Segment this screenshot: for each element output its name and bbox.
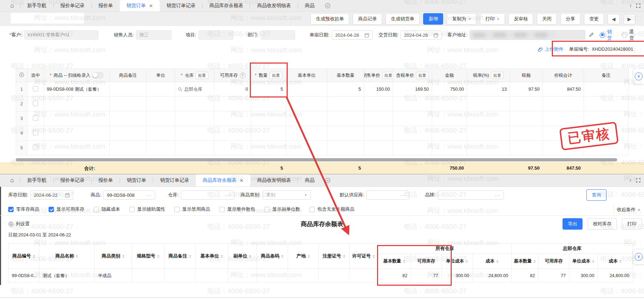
add-new-button[interactable]: 新增	[423, 13, 443, 25]
side-widget[interactable]: ¥	[633, 249, 644, 265]
checkbox-icon[interactable]	[33, 130, 38, 135]
picker-ellipsis-icon[interactable]: ···	[225, 192, 231, 198]
batch-set-button[interactable]: 批量	[382, 72, 393, 79]
col-all-unit-cost[interactable]: 单位成本	[442, 254, 473, 269]
share-button[interactable]: 分享	[560, 13, 580, 25]
close-tab-icon[interactable]: ✕	[149, 3, 153, 9]
supplier-filter-field[interactable]: ···	[366, 190, 409, 200]
col-spec-model[interactable]: 规格型号	[132, 244, 165, 269]
checkbox-include-no-activity[interactable]: 包含无发生额商品	[309, 206, 355, 212]
tab-quote-records[interactable]: 报价单记录	[54, 174, 91, 186]
copy-as-button[interactable]: 复制为▼	[447, 13, 476, 25]
col-license-no[interactable]: 许可证号	[350, 244, 378, 269]
col-main-available[interactable]: 可用库存	[539, 254, 569, 269]
customer-address-field[interactable]	[470, 30, 586, 40]
stock-date-field[interactable]: 2024-06-22	[30, 190, 73, 200]
brand-filter-field[interactable]: ···	[438, 190, 504, 200]
col-all-available[interactable]: 可用库存	[411, 254, 442, 269]
change-button[interactable]: 变更	[584, 13, 604, 25]
generate-sales-note-button[interactable]: 生成销货单	[386, 13, 420, 25]
warehouse-cell[interactable]: 总部仓库	[175, 82, 214, 97]
col-origin[interactable]: 产地	[288, 244, 319, 269]
tax-rate-cell[interactable]: 13	[467, 82, 510, 97]
batch-set-button[interactable]: 批量	[269, 72, 282, 79]
export-button[interactable]: 导出	[563, 218, 583, 230]
help-icon[interactable]: ?	[240, 72, 246, 78]
generate-prepayment-button[interactable]: 生成预收款单	[311, 13, 349, 25]
tab-goods[interactable]: 商品	[298, 174, 321, 186]
fullscreen-icon[interactable]	[636, 178, 640, 182]
prev-record-button[interactable]: ◀	[608, 14, 620, 24]
scroll-top-icon[interactable]: ↑	[629, 3, 632, 9]
col-main-cost[interactable]: 成本	[598, 254, 633, 269]
tab-sales-order-records[interactable]: 销货订单记录	[153, 174, 196, 186]
col-product-code[interactable]: 商品编号	[9, 244, 39, 269]
col-all-cost[interactable]: 成本	[473, 254, 512, 269]
tax-cell[interactable]: 97.50	[510, 82, 543, 97]
goods-record-button[interactable]: 商品记录	[353, 13, 382, 25]
tab-sales-order-records[interactable]: 销货订单记录	[160, 0, 202, 11]
stock-balance-row[interactable]: 99-0DS8-0... 测试（套餐） 半成品 82 77 300.00 24,…	[9, 269, 633, 283]
tab-sales-order[interactable]: 销货订单	[120, 174, 153, 186]
home-icon[interactable]: ⌂	[4, 0, 20, 11]
product-filter-field[interactable]: 99-0DS8-008 ···	[103, 190, 155, 200]
checkbox-icon[interactable]	[33, 86, 38, 91]
col-registration-no[interactable]: 注册证号	[319, 244, 350, 269]
checkbox-zero-stock[interactable]: 零库存商品	[8, 206, 39, 212]
department-field[interactable]	[261, 30, 296, 40]
unaudit-button[interactable]: 反审核	[509, 13, 533, 25]
checkbox-show-whole-loose[interactable]: 显示整件散包	[219, 206, 255, 212]
horizontal-scrollbar[interactable]	[16, 158, 617, 161]
category-filter-select[interactable]: 类别 ▼	[263, 190, 311, 200]
note-cell[interactable]	[110, 82, 147, 97]
query-button[interactable]: 查询	[586, 189, 606, 201]
unit-cell[interactable]	[147, 82, 175, 97]
qty-cell[interactable]: 5	[251, 82, 286, 97]
salesperson-field[interactable]: 张三	[136, 30, 172, 40]
picker-ellipsis-icon[interactable]: ···	[495, 192, 500, 198]
checkbox-show-disabled[interactable]: 显示禁用商品	[174, 206, 210, 212]
col-sub-unit[interactable]: 副单位	[228, 244, 257, 269]
base-unit-cell[interactable]	[286, 82, 327, 97]
tab-sales-order-active[interactable]: 销货订单✕	[120, 0, 160, 11]
tab-quote[interactable]: 报价单	[92, 174, 120, 186]
warehouse-filter-field[interactable]: ···	[181, 190, 234, 200]
checkbox-icon[interactable]	[33, 115, 38, 121]
col-base-unit[interactable]: 基本单位	[195, 244, 228, 269]
remark-cell[interactable]	[584, 82, 629, 97]
column-settings-button[interactable]: 列设置	[8, 221, 30, 227]
batch-set-button[interactable]: 批量	[491, 72, 504, 79]
total-cell[interactable]: 847.50	[543, 82, 584, 97]
batch-set-button[interactable]: 批量	[195, 72, 208, 79]
scan-toggle[interactable]	[92, 72, 104, 79]
tab-goods[interactable]: 商品	[298, 0, 321, 11]
row-select-cell[interactable]	[28, 82, 44, 97]
checkbox-show-available[interactable]: 显示可用库存	[49, 206, 84, 212]
tab-newbie-guide[interactable]: 新手导航	[20, 0, 53, 11]
tab-stock-inout-detail[interactable]: 商品收发明细表	[250, 174, 298, 186]
col-main-base-qty[interactable]: 基本数量	[512, 254, 539, 269]
next-record-button[interactable]: ▶	[623, 14, 635, 24]
col-main-unit-cost[interactable]: 单位成本	[569, 254, 598, 269]
col-product-note[interactable]: 商品备注	[165, 244, 195, 269]
close-tab-icon[interactable]: ✕	[240, 178, 244, 183]
sales-radio[interactable]	[600, 32, 605, 38]
batch-set-button[interactable]: 批量	[416, 72, 429, 79]
picker-ellipsis-icon[interactable]: ···	[146, 192, 152, 198]
print-report-button[interactable]: 打印	[622, 218, 642, 230]
col-product-name[interactable]: 商品名称	[39, 244, 95, 269]
checkbox-hide-cost[interactable]: 隐藏成本	[94, 206, 120, 212]
tab-newbie-guide[interactable]: 新手导航	[20, 174, 53, 186]
verify-stock-button[interactable]: 校对库存	[588, 218, 617, 230]
checkbox-show-aux-attrs[interactable]: 显示辅助属性	[129, 206, 165, 212]
tab-quote[interactable]: 报价单	[92, 0, 120, 11]
collapse-conditions-button[interactable]: 收起条件 ∧	[614, 205, 643, 214]
checkbox-show-sub-unit[interactable]: 显示副单位数	[264, 206, 300, 212]
fullscreen-icon[interactable]	[636, 4, 640, 8]
col-all-base-qty[interactable]: 基本数量	[378, 254, 411, 269]
picker-ellipsis-icon[interactable]: ···	[400, 192, 406, 198]
amount-cell[interactable]: 750.00	[432, 82, 467, 97]
customer-field[interactable]: KH0001 零售客户01	[24, 30, 99, 40]
checkbox-icon[interactable]	[33, 101, 38, 106]
project-field[interactable]	[198, 30, 233, 40]
